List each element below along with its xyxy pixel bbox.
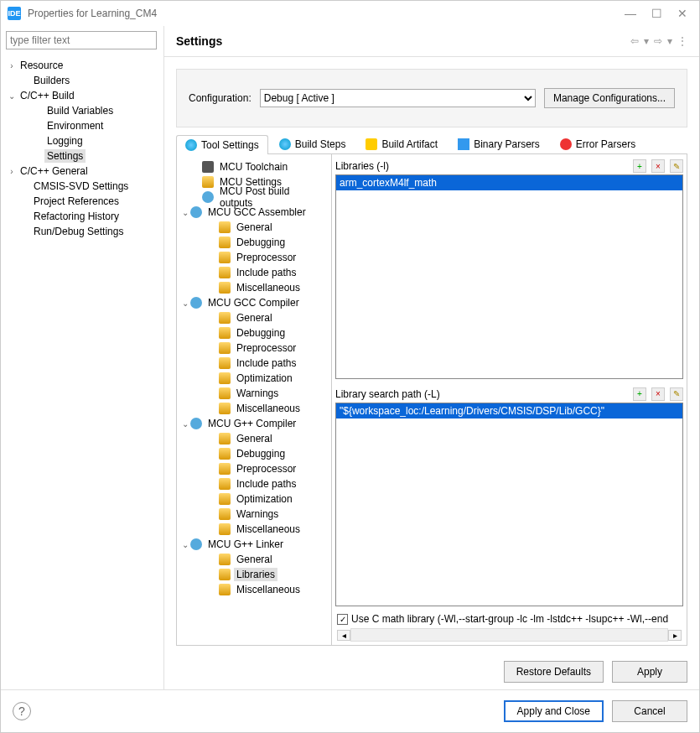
expand-icon[interactable]: ⌄	[180, 419, 190, 429]
tree-item-icon	[219, 463, 231, 475]
tool-tree-item[interactable]: Include paths	[180, 356, 328, 371]
list-item[interactable]: arm_cortexM4lf_math	[336, 175, 682, 190]
tool-tree-item[interactable]: Miscellaneous	[180, 401, 328, 416]
tab-build-steps[interactable]: Build Steps	[270, 134, 355, 153]
category-label: Build Variables	[44, 104, 116, 117]
tree-item-label: Preprocessor	[234, 341, 298, 355]
tab-tool-settings[interactable]: Tool Settings	[176, 135, 268, 154]
configuration-row: Configuration: Debug [ Active ] Manage C…	[176, 69, 687, 127]
tool-tree-item[interactable]: Debugging	[180, 446, 328, 461]
menu-icon[interactable]: ⋮	[677, 35, 687, 47]
tool-tree-item[interactable]: General	[180, 552, 328, 567]
tool-tree-item[interactable]: Debugging	[180, 325, 328, 341]
tool-tree-item[interactable]: Optimization	[180, 371, 328, 386]
tool-tree-item[interactable]: Miscellaneous	[180, 582, 328, 597]
tool-tree-item[interactable]: Warnings	[180, 386, 328, 401]
apply-button[interactable]: Apply	[612, 661, 687, 683]
category-item[interactable]: Run/Debug Settings	[6, 224, 158, 239]
category-item[interactable]: Builders	[6, 73, 158, 88]
expand-icon[interactable]: ⌄	[180, 208, 190, 217]
category-item[interactable]: CMSIS-SVD Settings	[6, 179, 158, 194]
tool-tree-item[interactable]: Miscellaneous	[180, 522, 328, 537]
expand-icon[interactable]: ›	[6, 61, 18, 70]
close-icon[interactable]: ✕	[677, 7, 687, 20]
checkbox-icon[interactable]: ✓	[337, 614, 348, 625]
tab-binary-parsers[interactable]: Binary Parsers	[449, 134, 549, 153]
c-math-check-row[interactable]: ✓ Use C math library (-Wl,--start-group …	[332, 610, 687, 628]
tool-tree-item[interactable]: General	[180, 431, 328, 446]
tree-item-icon	[219, 448, 231, 460]
category-item[interactable]: ›Resource	[6, 58, 158, 73]
tree-item-label: MCU GCC Compiler	[205, 296, 302, 309]
scroll-left-icon[interactable]: ◂	[337, 630, 350, 641]
expand-icon[interactable]: ⌄	[6, 91, 18, 101]
tab-label: Tool Settings	[201, 139, 259, 151]
expand-icon[interactable]: ›	[6, 167, 18, 176]
tree-item-label: Miscellaneous	[234, 402, 303, 415]
library-path-list[interactable]: "${workspace_loc:/Learning/Drivers/CMSIS…	[335, 403, 683, 607]
back-menu-icon[interactable]: ▾	[644, 35, 649, 47]
tab-icon	[279, 138, 291, 150]
tab-error-parsers[interactable]: Error Parsers	[551, 134, 645, 153]
tool-tree-item[interactable]: MCU Post build outputs	[180, 190, 328, 205]
tool-tree-item[interactable]: ⌄MCU GCC Assembler	[180, 205, 328, 220]
category-item[interactable]: Environment	[6, 118, 158, 133]
category-item[interactable]: Logging	[6, 133, 158, 148]
tab-build-artifact[interactable]: Build Artifact	[356, 134, 447, 153]
list-item[interactable]: "${workspace_loc:/Learning/Drivers/CMSIS…	[336, 403, 682, 418]
tool-tree-item[interactable]: Include paths	[180, 476, 328, 491]
tool-tree-item[interactable]: Preprocessor	[180, 461, 328, 476]
maximize-icon[interactable]: ☐	[651, 7, 662, 20]
tool-tree-item[interactable]: General	[180, 310, 328, 325]
remove-path-icon[interactable]	[651, 387, 665, 401]
tool-tree-item[interactable]: Include paths	[180, 265, 328, 280]
tool-tree-item[interactable]: Preprocessor	[180, 341, 328, 356]
tool-tree-item[interactable]: Preprocessor	[180, 250, 328, 265]
category-item[interactable]: Refactoring History	[6, 209, 158, 224]
tree-item-label: Miscellaneous	[234, 281, 303, 294]
expand-icon[interactable]: ⌄	[180, 299, 190, 308]
manage-configurations-button[interactable]: Manage Configurations...	[544, 88, 675, 108]
expand-icon[interactable]: ⌄	[180, 540, 190, 549]
scroll-right-icon[interactable]: ▸	[668, 630, 682, 641]
tool-tree-item[interactable]: Miscellaneous	[180, 280, 328, 295]
apply-and-close-button[interactable]: Apply and Close	[504, 700, 604, 722]
restore-defaults-button[interactable]: Restore Defaults	[504, 661, 604, 683]
tool-tree-item[interactable]: Libraries	[180, 567, 328, 582]
cancel-button[interactable]: Cancel	[612, 700, 687, 722]
filter-input[interactable]	[6, 31, 157, 49]
tool-tree-item[interactable]: ⌄MCU G++ Compiler	[180, 416, 328, 431]
tool-tree-item[interactable]: MCU Toolchain	[180, 159, 328, 174]
tree-item-label: Miscellaneous	[234, 583, 303, 596]
tool-tree-item[interactable]: Debugging	[180, 235, 328, 250]
help-icon[interactable]: ?	[13, 702, 31, 720]
libraries-list[interactable]: arm_cortexM4lf_math	[335, 174, 683, 379]
tool-tree-item[interactable]: General	[180, 220, 328, 235]
scroll-track[interactable]	[350, 628, 668, 642]
category-label: Resource	[18, 59, 65, 72]
add-library-icon[interactable]	[633, 159, 646, 173]
category-item[interactable]: Settings	[6, 148, 158, 164]
minimize-icon[interactable]: —	[625, 7, 636, 20]
tool-tree-item[interactable]: Warnings	[180, 507, 328, 522]
back-icon[interactable]: ⇦	[630, 35, 639, 47]
edit-path-icon[interactable]	[670, 387, 683, 401]
category-label: Builders	[31, 74, 72, 87]
properties-dialog: IDE Properties for Learning_CM4 — ☐ ✕ ›R…	[0, 0, 700, 733]
forward-icon[interactable]: ⇨	[654, 35, 662, 47]
configuration-select[interactable]: Debug [ Active ]	[260, 89, 536, 107]
tool-tree-item[interactable]: Optimization	[180, 491, 328, 507]
category-item[interactable]: Build Variables	[6, 103, 158, 118]
tool-tree-item[interactable]: ⌄MCU GCC Compiler	[180, 295, 328, 310]
category-label: Environment	[44, 119, 106, 133]
forward-menu-icon[interactable]: ▾	[667, 35, 672, 47]
category-item[interactable]: ›C/C++ General	[6, 164, 158, 179]
category-item[interactable]: Project References	[6, 194, 158, 209]
add-path-icon[interactable]	[633, 387, 646, 401]
tab-icon	[458, 138, 469, 150]
tool-tree-item[interactable]: ⌄MCU G++ Linker	[180, 537, 328, 552]
remove-library-icon[interactable]	[651, 159, 665, 173]
edit-library-icon[interactable]	[670, 159, 683, 173]
category-item[interactable]: ⌄C/C++ Build	[6, 88, 158, 103]
page-title: Settings	[176, 34, 630, 48]
